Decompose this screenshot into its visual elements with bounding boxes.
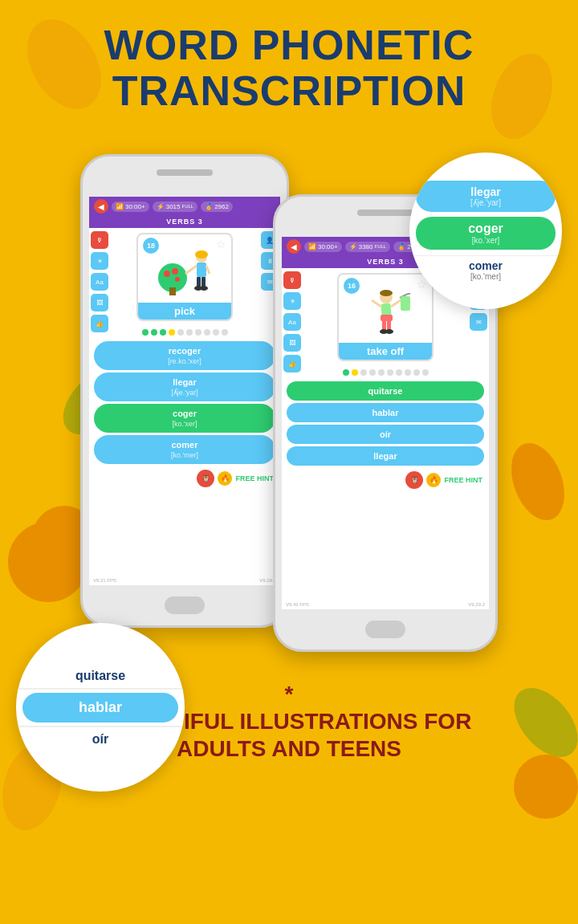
status-bar-left: ◀ 📶 30:00+ ⚡ 3015 FULL 🏅 2962 (89, 197, 280, 216)
svg-rect-32 (381, 315, 393, 321)
sun-btn-left[interactable]: ☀ (91, 252, 108, 270)
sun-btn-right[interactable]: ☀ (283, 292, 301, 310)
hint-text-right[interactable]: FREE HINT (444, 476, 482, 484)
time-pill-right: 📶 30:00+ (304, 242, 342, 252)
bolt-icon-right: ⚡ (349, 243, 357, 250)
img-btn-right[interactable]: 🖼 (283, 334, 301, 352)
pick-illustration (155, 246, 215, 300)
mail-btn-right[interactable]: ✉ (470, 313, 487, 331)
svg-point-12 (172, 268, 178, 275)
svg-line-17 (185, 266, 197, 274)
main-title: WORD PHONETIC TRANSCRIPTION (0, 0, 578, 114)
medal-icon-right: 🏅 (397, 243, 405, 250)
medal-pill-left: 🏅 2962 (201, 201, 233, 212)
svg-line-25 (372, 300, 381, 307)
answer-btn-3-right[interactable]: oír (287, 425, 484, 444)
card-word-left: pick (138, 303, 231, 320)
wifi-icon-left: 📶 (116, 203, 124, 210)
phone-left-speaker (157, 169, 213, 176)
bolt-icon-left: ⚡ (157, 203, 165, 210)
bubble-left-item3: oír (16, 726, 185, 751)
svg-rect-29 (401, 296, 410, 311)
svg-point-13 (175, 277, 180, 282)
hint-flame-left: 🔥 (218, 471, 232, 486)
phone-left: ◀ 📶 30:00+ ⚡ 3015 FULL 🏅 2962 VERBS 3 (80, 154, 289, 628)
medal-icon-left: 🏅 (205, 203, 213, 210)
phone-left-home (165, 596, 205, 614)
bubble-left-item1: quitarse (16, 664, 185, 690)
answers-container-right: quitarse hablar oír llegar (282, 381, 489, 466)
time-value-left: 30:00+ (125, 203, 145, 210)
card-illustration-left (153, 245, 217, 301)
svg-point-22 (200, 286, 208, 291)
wifi-icon-right: 📶 (308, 243, 316, 250)
svg-line-18 (206, 266, 210, 274)
medal-value-left: 2962 (214, 203, 229, 210)
bubble-left: quitarse hablar oír (16, 623, 185, 792)
back-button-left[interactable]: ◀ (94, 199, 108, 214)
svg-point-35 (380, 290, 393, 296)
card-star-right[interactable]: ☆ (417, 278, 427, 291)
svg-rect-16 (197, 263, 206, 277)
card-area-left: 🎙 ☀ Aa 🖼 👍 18 ☆ (89, 228, 280, 326)
side-buttons-left-right-phone: 🎙 ☀ Aa 🖼 👍 (283, 268, 301, 372)
score-pill-left: ⚡ 3015 FULL (153, 201, 197, 212)
answer-btn-2-left[interactable]: llegar [ʎje.'yar] (94, 372, 275, 401)
hint-bar-left: 🦉 🔥 FREE HINT (89, 466, 280, 490)
bubble-right-item1: llegar [ʎje.'yar] (416, 181, 556, 212)
bubble-left-item2: hablar (22, 693, 178, 723)
answers-container-left: recoger [re.ko.'xer] llegar [ʎje.'yar] c… (89, 341, 280, 464)
word-card-right: 16 ☆ (337, 273, 434, 361)
phone-right-speaker (357, 210, 413, 216)
score-pill-right: ⚡ 3380 FULL (345, 242, 390, 252)
answer-btn-1-right[interactable]: quitarse (287, 381, 484, 401)
svg-line-26 (391, 300, 401, 307)
font-btn-right[interactable]: Aa (283, 313, 301, 331)
card-illustration-right (353, 285, 417, 341)
score-value-right: 3380 (359, 243, 373, 250)
title-line2: TRANSCRIPTION (0, 68, 578, 114)
bubble-right-item2: coger [ko.'xer] (416, 217, 556, 250)
answer-btn-3-left[interactable]: coger [ko.'xer] (94, 404, 275, 433)
back-button-right[interactable]: ◀ (287, 239, 301, 254)
fps-right: V9.42 FPS (286, 602, 309, 607)
hint-owl-icon-left: 🦉 (197, 470, 214, 487)
answer-btn-4-right[interactable]: llegar (287, 446, 484, 466)
time-pill-left: 📶 30:00+ (112, 201, 149, 212)
side-buttons-left: 🎙 ☀ Aa 🖼 👍 (91, 228, 108, 332)
phone-right-home (365, 621, 405, 638)
font-btn-left[interactable]: Aa (91, 273, 108, 291)
score-label-left: FULL (182, 204, 194, 209)
score-label-right: FULL (375, 244, 387, 249)
mic-btn-right[interactable]: 🎙 (283, 271, 301, 289)
verbs-label-left: VERBS 3 (89, 216, 280, 228)
mic-btn-left[interactable]: 🎙 (91, 231, 108, 249)
thumb-btn-left[interactable]: 👍 (91, 315, 108, 332)
card-word-right: take off (339, 343, 432, 360)
score-value-left: 3015 (166, 203, 181, 210)
hint-owl-icon-right: 🦉 (405, 471, 423, 489)
svg-point-11 (164, 271, 170, 277)
svg-point-34 (385, 329, 393, 334)
title-line1: WORD PHONETIC (0, 22, 578, 68)
bubble-right: llegar [ʎje.'yar] coger [ko.'xer] comer … (409, 153, 562, 309)
answer-btn-4-left[interactable]: comer [ko.'mer] (94, 435, 275, 464)
hint-bar-right: 🦉 🔥 FREE HINT (282, 468, 489, 492)
progress-dots-left (89, 326, 280, 339)
progress-dots-right (282, 366, 489, 379)
version-right: V9.29.2 (468, 602, 485, 607)
img-btn-left[interactable]: 🖼 (91, 294, 108, 311)
svg-point-15 (195, 250, 208, 258)
word-card-left: 18 ☆ (136, 233, 233, 321)
svg-rect-10 (169, 287, 176, 295)
phone-left-screen: ◀ 📶 30:00+ ⚡ 3015 FULL 🏅 2962 VERBS 3 (89, 197, 280, 585)
takeoff-illustration (356, 286, 416, 340)
thumb-btn-right[interactable]: 👍 (283, 355, 301, 372)
hint-text-left[interactable]: FREE HINT (235, 474, 274, 482)
fps-left: V9.21 FPS (93, 578, 116, 583)
svg-rect-24 (381, 303, 391, 316)
answer-btn-1-left[interactable]: recoger [re.ko.'xer] (94, 341, 275, 370)
bubble-right-item3: comer [ko.'mer] (409, 255, 562, 284)
card-star-left[interactable]: ☆ (216, 238, 226, 250)
answer-btn-2-right[interactable]: hablar (287, 403, 484, 422)
